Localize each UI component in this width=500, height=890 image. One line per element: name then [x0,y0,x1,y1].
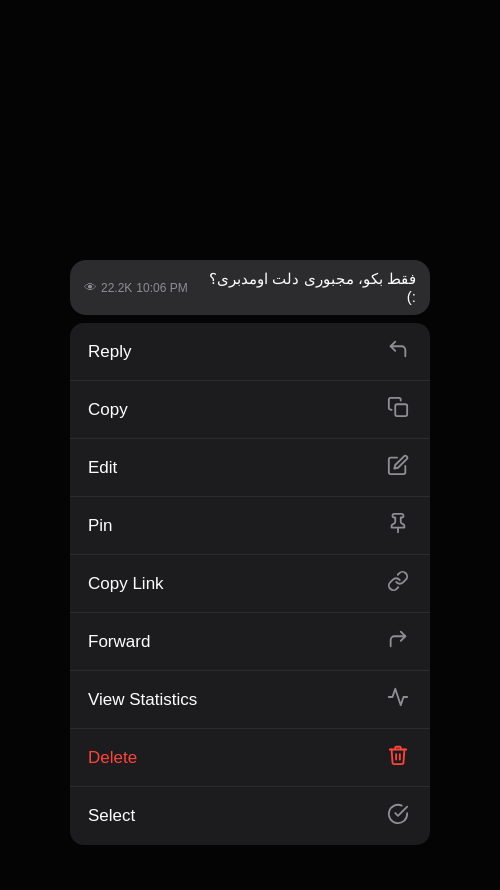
edit-icon [384,454,412,481]
menu-item-reply-label: Reply [88,342,131,362]
forward-icon [384,628,412,655]
message-bubble: 👁 22.2K 10:06 PM فقط بکو، مجبوری دلت اوم… [70,260,430,315]
context-menu: Reply Copy Edit [70,323,430,845]
message-time: 10:06 PM [136,281,187,295]
eye-icon: 👁 [84,280,97,295]
statistics-icon [384,686,412,713]
view-count: 22.2K [101,281,132,295]
select-icon [384,803,412,830]
menu-item-edit[interactable]: Edit [70,439,430,497]
menu-item-delete[interactable]: Delete [70,729,430,787]
copy-icon [384,396,412,423]
menu-item-forward[interactable]: Forward [70,613,430,671]
menu-item-select-label: Select [88,806,135,826]
link-icon [384,570,412,597]
pin-icon [384,512,412,539]
menu-item-copy-link-label: Copy Link [88,574,164,594]
menu-item-copy-link[interactable]: Copy Link [70,555,430,613]
menu-item-forward-label: Forward [88,632,150,652]
menu-item-edit-label: Edit [88,458,117,478]
reply-icon [384,338,412,365]
menu-item-pin-label: Pin [88,516,113,536]
menu-item-reply[interactable]: Reply [70,323,430,381]
message-text: فقط بکو، مجبوری دلت اومدبری؟ :) [198,270,416,305]
menu-item-select[interactable]: Select [70,787,430,845]
menu-item-copy-label: Copy [88,400,128,420]
delete-icon [384,744,412,771]
menu-item-copy[interactable]: Copy [70,381,430,439]
menu-item-view-statistics-label: View Statistics [88,690,197,710]
menu-item-pin[interactable]: Pin [70,497,430,555]
svg-rect-0 [395,404,407,416]
overlay: 👁 22.2K 10:06 PM فقط بکو، مجبوری دلت اوم… [0,0,500,890]
message-meta: 👁 22.2K 10:06 PM [84,280,188,295]
menu-item-view-statistics[interactable]: View Statistics [70,671,430,729]
menu-item-delete-label: Delete [88,748,137,768]
